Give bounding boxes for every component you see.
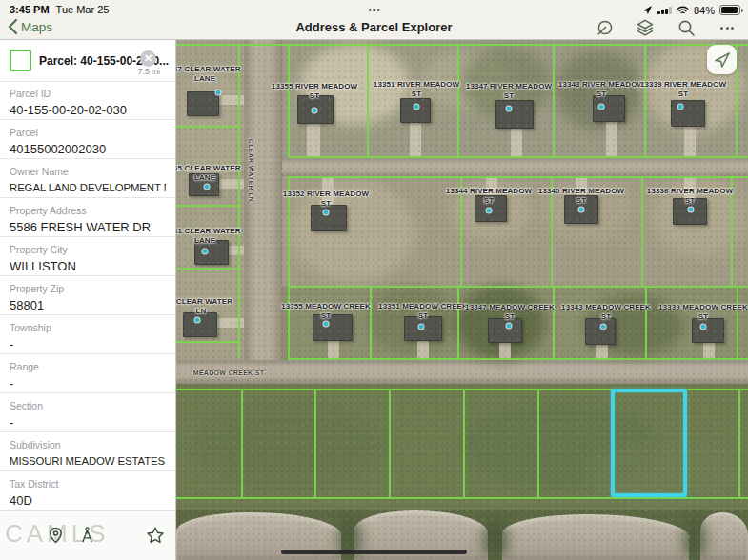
field-row: Parcel40155002002030 [0, 120, 175, 159]
map-scale-text: 7.5 mi [138, 67, 160, 76]
parcel-boundary-line [176, 205, 238, 207]
street-label: CLEAR WATER LN [248, 139, 254, 202]
map-canvas[interactable]: CLEAR WATER LNMEADOW CREEK ST13355 RIVER… [176, 40, 748, 560]
home-indicator[interactable] [281, 550, 467, 554]
parcel-boundary-line [288, 44, 748, 46]
parcel-marker[interactable] [507, 324, 512, 329]
field-value: 40155002002030 [10, 141, 166, 157]
bush-patch [683, 516, 706, 560]
driveway [410, 123, 421, 158]
house [311, 205, 347, 231]
field-row: Section- [0, 393, 175, 432]
parcel-marker[interactable] [487, 209, 492, 213]
wifi-icon [677, 6, 689, 15]
parcel-label[interactable]: 13339 MEADOW CREEKST [658, 303, 748, 322]
parcel-label[interactable]: 13339 RIVER MEADOWST [640, 80, 726, 99]
house [671, 100, 705, 127]
parcel-boundary-line [314, 389, 316, 497]
sketch-icon[interactable] [595, 18, 614, 37]
field-label: Range [10, 361, 166, 373]
parcel-label[interactable]: 13340 RIVER MEADOWST [538, 187, 624, 206]
parcel-label[interactable]: 13352 RIVER MEADOWST [283, 190, 369, 209]
star-icon[interactable] [146, 526, 165, 545]
parcel-boundary-line [553, 44, 555, 156]
parcel-boundary-line [288, 358, 748, 360]
driveway [229, 246, 244, 255]
parcel-marker[interactable] [599, 105, 604, 110]
parcel-marker[interactable] [324, 322, 329, 327]
parcel-label[interactable]: 13344 RIVER MEADOWST [446, 187, 532, 206]
parcel-label[interactable]: 13343 RIVER MEADOWST [558, 80, 644, 99]
house [593, 95, 625, 122]
parcel-label[interactable]: 0 CLEAR WATERLN [176, 297, 232, 316]
close-icon[interactable]: ✕ [140, 50, 156, 67]
parcel-boundary-line [463, 389, 465, 497]
panel-toolbar: CAMLS [0, 510, 175, 560]
field-label: Section [10, 400, 166, 412]
parcel-marker[interactable] [701, 325, 706, 330]
selected-parcel-highlight[interactable] [611, 389, 687, 497]
parcel-label[interactable]: 13355 RIVER MEADOWST [272, 82, 357, 101]
parcel-label[interactable]: 465 CLEAR WATERLANE [176, 164, 241, 183]
parcel-boundary-line [389, 389, 391, 497]
pin-icon[interactable] [46, 526, 65, 545]
street-label: MEADOW CREEK ST [193, 370, 265, 376]
battery-percent: 84% [694, 5, 715, 16]
parcel-marker[interactable] [195, 318, 200, 323]
terrain-patch [191, 400, 391, 490]
cellular-signal-icon [657, 6, 672, 14]
parcel-label[interactable]: 13347 MEADOW CREEKST [465, 303, 555, 322]
field-value: 58801 [10, 297, 166, 313]
parcel-boundary-line [738, 389, 740, 497]
parcel-marker[interactable] [579, 208, 584, 212]
layers-icon[interactable] [636, 18, 655, 37]
field-label: Property Zip [10, 283, 166, 295]
parcel-marker[interactable] [601, 325, 606, 330]
parcel-swatch-icon [10, 50, 31, 71]
parcel-boundary-line [288, 176, 748, 178]
tower-icon[interactable] [77, 526, 96, 545]
driveway [328, 341, 339, 360]
driveway [511, 129, 522, 158]
locate-button[interactable] [707, 45, 737, 74]
navigation-bar: Maps Address & Parcel Explorer [0, 16, 748, 40]
parcel-marker[interactable] [313, 109, 317, 113]
more-icon[interactable] [718, 18, 737, 37]
parcel-label[interactable]: 13336 RIVER MEADOWST [647, 187, 733, 206]
parcel-label[interactable]: 461 CLEAR WATERLANE [176, 227, 241, 246]
parcel-label[interactable]: 467 CLEAR WATERLANE [176, 65, 241, 84]
field-label: Tax District [10, 478, 166, 490]
parcel-marker[interactable] [203, 250, 208, 254]
parcel-marker[interactable] [419, 325, 424, 330]
field-value: 40D [10, 492, 166, 509]
status-bar: 3:45 PMTue Mar 25 84% [0, 2, 748, 17]
parcel-detail-panel[interactable]: Parcel: 40-155-00-20-0... ✕ 7.5 mi Parce… [0, 40, 176, 560]
parcel-boundary-line [370, 286, 372, 358]
parcel-label[interactable]: 13351 RIVER MEADOWST [374, 80, 459, 99]
parcel-marker[interactable] [689, 208, 694, 212]
house [495, 100, 534, 129]
parcel-label[interactable]: 13351 MEADOW CREEKST [378, 302, 468, 321]
parcel-marker[interactable] [205, 185, 210, 190]
parcel-boundary-line [176, 341, 238, 343]
bush-patch [483, 520, 508, 560]
parcel-boundary-line [737, 286, 738, 358]
parcel-marker[interactable] [414, 105, 419, 110]
parcel-marker[interactable] [324, 210, 329, 215]
search-icon[interactable] [677, 18, 696, 37]
parcel-label[interactable]: 13355 MEADOW CREEKST [281, 302, 371, 321]
house [187, 91, 219, 116]
parcel-marker[interactable] [507, 107, 512, 111]
parcel-marker[interactable] [678, 105, 683, 110]
dirt-mound [502, 514, 689, 560]
app-window: 3:45 PMTue Mar 25 84% [0, 0, 748, 560]
parcel-boundary-line [457, 286, 459, 358]
multitask-dots-icon [369, 9, 380, 11]
field-row: Township- [0, 315, 175, 354]
parcel-boundary-line [238, 44, 240, 358]
parcel-boundary-line [176, 268, 238, 270]
parcel-label[interactable]: 13347 RIVER MEADOWST [466, 82, 552, 101]
driveway [684, 127, 696, 158]
parcel-label[interactable]: 13343 MEADOW CREEKST [561, 303, 651, 322]
parcel-marker[interactable] [216, 90, 221, 95]
